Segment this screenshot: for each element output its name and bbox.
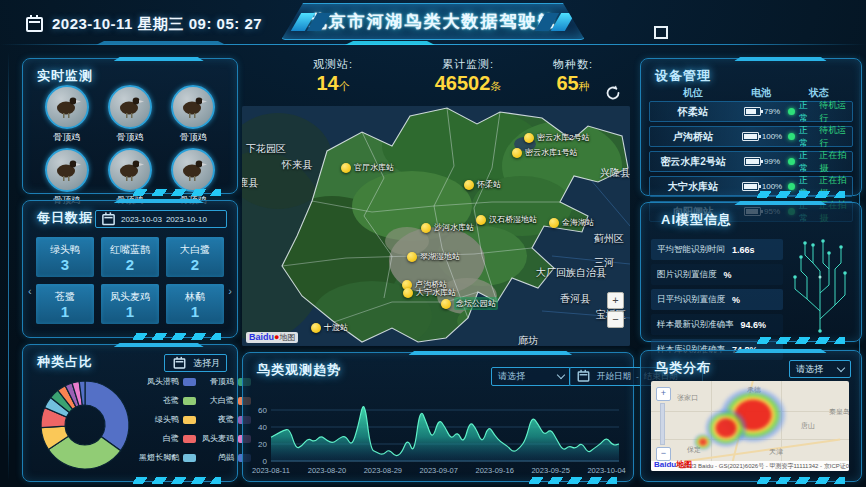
bird-item[interactable]: 骨顶鸡 [162,85,225,144]
map-station-marker[interactable]: 念坛公园站 [441,297,498,310]
panel-realtime: 实时监测 骨顶鸡骨顶鸡骨顶鸡骨顶鸡骨顶鸡骨顶鸡 [22,58,238,194]
devices-header-cell: 机位 [651,86,735,100]
svg-text:2023-08-29: 2023-08-29 [364,466,402,475]
daily-date-range[interactable]: 2023-10-03 2023-10-10 [95,210,227,228]
station-name: 念坛公园站 [454,297,498,310]
device-battery: 100% [736,132,788,141]
legend-label: 夜鹭 [218,414,234,425]
map-station-marker[interactable]: 汉石桥湿地站 [476,214,537,225]
ai-metric-value: 94.6% [741,320,767,330]
legend-item[interactable]: 绿头鸭 [139,415,196,424]
battery-fill [746,159,759,164]
legend-item[interactable]: 苍鹭 [139,396,196,405]
legend-label: 骨顶鸡 [210,376,234,387]
map-station-marker[interactable]: 十渡站 [311,322,348,333]
battery-fill [746,109,756,114]
trend-date-start: 开始日期 [597,371,631,383]
device-battery: 100% [736,182,788,191]
distribution-select[interactable]: 请选择 [789,360,851,378]
map-station-marker[interactable]: 密云水库1号站 [512,147,577,158]
svg-text:2023-08-11: 2023-08-11 [252,466,290,475]
map-place-label: 下花园区 [246,142,286,156]
species-donut-chart [33,373,139,477]
map-place-label: 涿鹿县 [242,176,258,190]
map-station-marker[interactable]: 沙河水库站 [421,222,474,233]
device-name: 大宁水库站 [650,180,736,194]
map-place-label: 香河县 [560,292,590,306]
svg-text:2023-09-16: 2023-09-16 [476,466,514,475]
trend-species-select[interactable]: 请选择 [491,367,571,386]
distribution-heatmap[interactable]: 张家口承德唐山秦皇岛天津保定 + − Baidu地图 © 2023 Baidu … [651,381,849,471]
daily-card[interactable]: 苍鹭1 [36,284,94,324]
panel-daily-title: 每日数据 [37,209,93,227]
heatmap-zoom-track[interactable] [660,403,665,445]
bird-item[interactable]: 骨顶鸡 [35,148,98,207]
device-row[interactable]: 大宁水库站100%正常正在拍摄 [649,176,853,197]
bird-avatar [108,85,152,129]
bird-item[interactable]: 骨顶鸡 [98,148,161,207]
battery-fill [744,134,757,139]
ai-metric-value: % [724,270,732,280]
legend-item[interactable]: 白鹭 [139,434,196,443]
chevron-down-icon [557,371,565,379]
station-dot-icon [524,133,534,143]
status-mode: 待机运行 [819,124,852,150]
status-mode: 正在拍摄 [819,149,852,175]
station-name: 密云水库2号站 [537,132,589,143]
station-name: 官厅水库站 [354,162,394,173]
daily-card[interactable]: 大白鹭2 [166,237,224,277]
bird-item[interactable]: 骨顶鸡 [98,85,161,144]
trend-area-chart: 02040602023-08-112023-08-202023-08-29202… [249,387,627,477]
map-station-marker[interactable]: 官厅水库站 [341,162,394,173]
main-map[interactable]: 下花园区怀来县涿鹿县兴隆县蓟州区三河大厂回族自治县香河县宝坻区廊坊 官厅水库站密… [242,106,630,346]
status-mode: 待机运行 [819,99,852,125]
daily-card-count: 1 [61,304,69,319]
map-zoom-control[interactable]: + − [607,292,622,330]
species-month-select[interactable]: 选择月 [164,354,227,372]
heatmap-city-label: 天津 [769,447,783,457]
daily-card[interactable]: 绿头鸭3 [36,237,94,277]
carousel-next-icon[interactable]: › [228,285,232,297]
datetime: 2023-10-11 星期三 09: 05: 27 [26,15,262,34]
device-row[interactable]: 卢沟桥站100%正常待机运行 [649,126,853,147]
bird-grid: 骨顶鸡骨顶鸡骨顶鸡骨顶鸡骨顶鸡骨顶鸡 [35,85,225,207]
heatmap-zoom-in[interactable]: + [656,387,671,401]
map-station-marker[interactable]: 密云水库2号站 [524,132,589,143]
species-legend: 凤头潜鸭苍鹭绿头鸭白鹭黑翅长脚鹬骨顶鸡大白鹭夜鹭凤头麦鸡鸬鹚 [139,377,251,462]
daily-card[interactable]: 红嘴蓝鹊2 [101,237,159,277]
carousel-prev-icon[interactable]: ‹ [28,285,32,297]
calendar-icon [174,358,186,369]
station-name: 密云水库1号站 [525,147,577,158]
station-dot-icon [512,148,522,158]
stat-item: 物种数:65种 [528,57,618,97]
map-place-label: 怀来县 [282,158,312,172]
map-station-marker[interactable]: 怀柔站 [464,179,501,190]
heatmap-zoom-slider[interactable]: + − [656,387,669,461]
bird-item[interactable]: 骨顶鸡 [162,148,225,207]
legend-item[interactable]: 黑翅长脚鹬 [139,453,196,462]
bird-item[interactable]: 骨顶鸡 [35,85,98,144]
station-name: 怀柔站 [477,179,501,190]
map-zoom-in-button[interactable]: + [607,292,624,309]
device-status: 正常待机运行 [788,99,852,125]
device-row[interactable]: 怀柔站79%正常待机运行 [649,101,853,122]
ai-metric-label: 样本最新识别准确率 [657,319,734,331]
legend-label: 鸬鹚 [218,452,234,463]
fullscreen-icon[interactable] [654,26,668,39]
daily-card[interactable]: 林鹬1 [166,284,224,324]
device-row[interactable]: 密云水库2号站99%正常正在拍摄 [649,151,853,172]
status-dot-icon [788,133,795,140]
panel-ai: AI模型信息 平均智能识别时间1.66s图片识别置信度%日平均识别置信度%样本最… [640,202,862,342]
bird-name: 骨顶鸡 [116,131,143,144]
legend-label: 凤头麦鸡 [202,433,234,444]
daily-card[interactable]: 凤头麦鸡1 [101,284,159,324]
legend-item[interactable]: 凤头潜鸭 [139,377,196,386]
daily-cards: 绿头鸭3红嘴蓝鹊2大白鹭2苍鹭1凤头麦鸡1林鹬1 [36,237,224,324]
map-station-marker[interactable]: 翠湖湿地站 [407,251,460,262]
daily-card-count: 1 [191,304,199,319]
station-dot-icon [441,299,451,309]
map-place-label: 兴隆县 [600,166,630,180]
map-station-marker[interactable]: 金海湖站 [549,217,594,228]
map-zoom-out-button[interactable]: − [607,311,624,328]
daily-card-count: 3 [61,257,69,272]
